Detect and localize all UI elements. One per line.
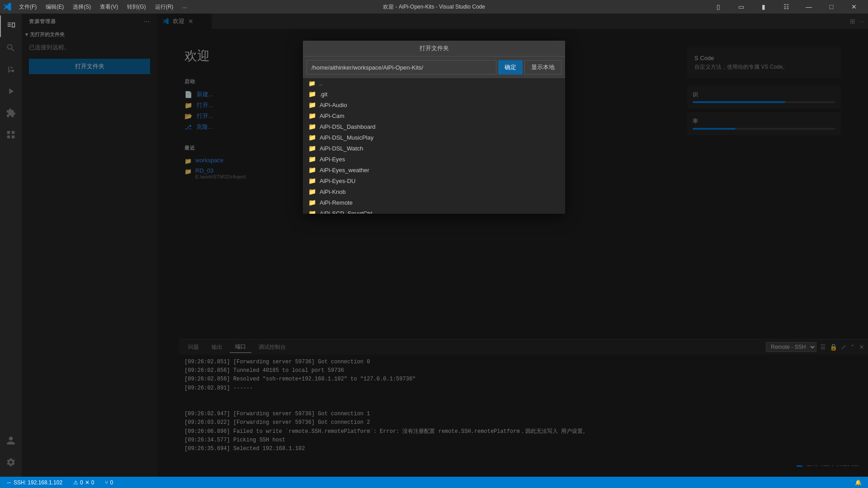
status-warnings-label: 0 <box>91 479 94 486</box>
folder-icon-0: 📁 <box>308 90 316 98</box>
dialog-overlay: 打开文件夹 确定 显示本地 📁 .. 📁 .git 📁 AiPi-Audio 📁… <box>0 14 868 477</box>
dialog-item-7-label: AiPi-Eyes_weather <box>320 167 369 174</box>
menu-edit[interactable]: 编辑(E) <box>42 2 67 12</box>
dialog-item-11-label: AiPi-SCP_SmartCtrl <box>320 210 372 214</box>
ssh-icon: ↔ <box>6 479 12 486</box>
folder-icon-10: 📁 <box>308 199 316 206</box>
folder-icon-4: 📁 <box>308 134 316 141</box>
menu-goto[interactable]: 转到(G) <box>123 2 149 12</box>
dialog-list-item-dotdot[interactable]: 📁 .. <box>303 78 565 89</box>
title-bar: 文件(F) 编辑(E) 选择(S) 查看(V) 转到(G) 运行(R) ... … <box>0 0 868 14</box>
dialog-item-0-label: .git <box>320 91 327 98</box>
folder-path-input[interactable] <box>307 60 496 75</box>
dialog-confirm-button[interactable]: 确定 <box>498 60 523 75</box>
folder-icon-8: 📁 <box>308 177 316 184</box>
folder-icon-9: 📁 <box>308 188 316 195</box>
dialog-list-item-8[interactable]: 📁 AiPi-Eyes-DU <box>303 175 565 186</box>
menu-more[interactable]: ... <box>179 2 190 12</box>
toggle-sidebar-icon[interactable]: ▯ <box>708 0 729 14</box>
folder-icon-1: 📁 <box>308 101 316 108</box>
dialog-list-item-6[interactable]: 📁 AiPi-Eyes <box>303 154 565 164</box>
dialog-item-1-label: AiPi-Audio <box>320 102 347 108</box>
bell-icon: 🔔 <box>855 479 862 486</box>
status-ssh-label: SSH: 192.168.1.102 <box>14 479 62 486</box>
close-button[interactable]: ✕ <box>844 0 864 14</box>
dialog-list-item-5[interactable]: 📁 AiPi-DSL_Watch <box>303 143 565 154</box>
dialog-list-item-9[interactable]: 📁 AiPi-Knob <box>303 186 565 197</box>
status-errors-item[interactable]: ⚠ 0 ✕ 0 <box>71 477 97 488</box>
dialog-item-4-label: AiPi-DSL_MusicPlay <box>320 134 373 141</box>
dialog-input-row: 确定 显示本地 <box>303 56 565 78</box>
folder-icon-11: 📁 <box>308 210 316 214</box>
dialog-item-dotdot-label: .. <box>319 80 322 87</box>
status-bar: ↔ SSH: 192.168.1.102 ⚠ 0 ✕ 0 ⑂ 0 🔔 <box>0 477 868 488</box>
dialog-title: 打开文件夹 <box>303 41 565 56</box>
folder-dotdot-icon: 📁 <box>308 80 316 87</box>
dialog-folder-list: 📁 .. 📁 .git 📁 AiPi-Audio 📁 AiPi-Cam 📁 Ai… <box>303 78 565 214</box>
dialog-list-item-10[interactable]: 📁 AiPi-Remote <box>303 197 565 208</box>
layout-icon[interactable]: ☷ <box>776 0 797 14</box>
menu-view[interactable]: 查看(V) <box>96 2 122 12</box>
status-ssh-item[interactable]: ↔ SSH: 192.168.1.102 <box>4 477 65 488</box>
dialog-list-item-3[interactable]: 📁 AiPi-DSL_Dashboard <box>303 121 565 132</box>
status-branch-item[interactable]: ⑂ 0 <box>102 477 116 488</box>
title-bar-left: 文件(F) 编辑(E) 选择(S) 查看(V) 转到(G) 运行(R) ... <box>4 2 190 12</box>
dialog-list-item-11[interactable]: 📁 AiPi-SCP_SmartCtrl <box>303 208 565 214</box>
maximize-button[interactable]: □ <box>821 0 842 14</box>
dialog-item-3-label: AiPi-DSL_Dashboard <box>320 123 376 130</box>
title-bar-menus: 文件(F) 编辑(E) 选择(S) 查看(V) 转到(G) 运行(R) ... <box>15 2 190 12</box>
status-notifications-item[interactable]: 🔔 <box>852 479 864 486</box>
menu-file[interactable]: 文件(F) <box>15 2 40 12</box>
warning-icon: ⚠ <box>73 479 78 486</box>
menu-select[interactable]: 选择(S) <box>69 2 94 12</box>
dialog-show-local-button[interactable]: 显示本地 <box>524 60 561 75</box>
branch-icon: ⑂ <box>105 479 108 486</box>
dialog-item-10-label: AiPi-Remote <box>320 199 353 206</box>
dialog-list-item-2[interactable]: 📁 AiPi-Cam <box>303 110 565 121</box>
toggle-panel-icon[interactable]: ▭ <box>731 0 751 14</box>
folder-icon-3: 📁 <box>308 123 316 130</box>
dialog-item-5-label: AiPi-DSL_Watch <box>320 145 363 152</box>
dialog-item-8-label: AiPi-Eyes-DU <box>320 178 355 184</box>
folder-icon-5: 📁 <box>308 145 316 152</box>
dialog-item-2-label: AiPi-Cam <box>320 113 344 119</box>
folder-icon-7: 📁 <box>308 166 316 174</box>
toggle-activity-icon[interactable]: ▮ <box>753 0 774 14</box>
dialog-item-9-label: AiPi-Knob <box>320 188 346 195</box>
error-icon: ✕ <box>85 479 90 486</box>
status-errors-label: 0 <box>80 479 83 486</box>
vscode-logo-icon <box>4 3 12 11</box>
dialog-item-6-label: AiPi-Eyes <box>320 156 345 163</box>
open-folder-dialog: 打开文件夹 确定 显示本地 📁 .. 📁 .git 📁 AiPi-Audio 📁… <box>303 41 565 214</box>
menu-run[interactable]: 运行(R) <box>151 2 177 12</box>
title-bar-title: 欢迎 - AiPi-Open-Kits - Visual Studio Code <box>383 3 485 11</box>
dialog-list-item-1[interactable]: 📁 AiPi-Audio <box>303 99 565 110</box>
minimize-button[interactable]: — <box>798 0 819 14</box>
title-bar-controls: ▯ ▭ ▮ ☷ — □ ✕ <box>708 0 864 14</box>
dialog-list-item-7[interactable]: 📁 AiPi-Eyes_weather <box>303 164 565 175</box>
dialog-list-item-0[interactable]: 📁 .git <box>303 89 565 99</box>
status-branch-label: 0 <box>110 479 113 486</box>
folder-icon-6: 📁 <box>308 155 316 163</box>
dialog-list-item-4[interactable]: 📁 AiPi-DSL_MusicPlay <box>303 132 565 143</box>
status-bar-right: 🔔 <box>852 479 864 486</box>
folder-icon-2: 📁 <box>308 112 316 119</box>
